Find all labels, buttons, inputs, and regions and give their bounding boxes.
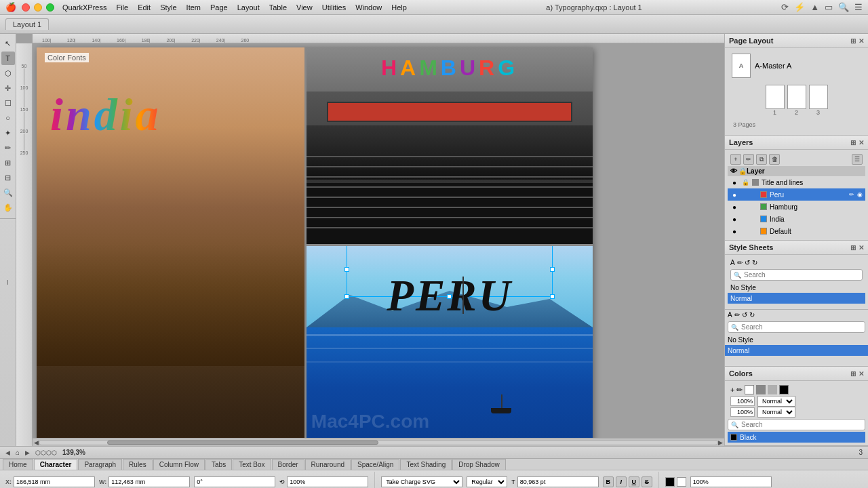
blend-mode-2[interactable]: Normal — [757, 407, 795, 418]
style-icon-1[interactable]: A — [730, 259, 735, 266]
color-search[interactable]: 🔍 — [728, 419, 865, 430]
menu-window[interactable]: Window — [355, 3, 382, 12]
oval-tool[interactable]: ○ — [1, 111, 15, 125]
colors-expand-icon[interactable]: ⊞ — [850, 370, 856, 378]
horizontal-scrollbar[interactable]: ◀ ▶ — [33, 438, 724, 446]
scale-input[interactable] — [287, 476, 368, 487]
star-tool[interactable]: ✦ — [1, 126, 15, 140]
eye-icon-hamburg[interactable]: ● — [730, 203, 738, 211]
add-layer-btn[interactable]: + — [730, 154, 741, 165]
hand-tool[interactable]: ✋ — [1, 201, 15, 214]
maximize-button[interactable] — [46, 3, 54, 12]
tab-rules[interactable]: Rules — [123, 459, 153, 470]
menu-layout[interactable]: Layout — [237, 3, 260, 12]
w-input[interactable] — [108, 476, 190, 487]
menu-style[interactable]: Style — [160, 3, 176, 12]
scroll-thumb[interactable] — [107, 441, 378, 445]
home-btn[interactable]: ⌂ — [16, 449, 20, 456]
zoom-tool[interactable]: 🔍 — [1, 186, 15, 199]
edit-color-btn[interactable]: ✏ — [736, 386, 743, 394]
page-layout-expand-icon[interactable]: ⊞ — [850, 37, 856, 45]
style-icon-5[interactable]: A — [728, 311, 732, 319]
pointer-tool[interactable]: ↖ — [1, 37, 15, 50]
style-no-style-1[interactable]: No Style — [728, 282, 865, 293]
grid-tool[interactable]: ⊟ — [1, 171, 15, 184]
color-swatch-2[interactable] — [756, 385, 766, 394]
style-no-style-2[interactable]: No Style — [725, 334, 868, 345]
edit-icon-peru[interactable]: ✏ — [849, 191, 854, 198]
eye-icon-india[interactable]: ● — [730, 216, 738, 223]
style-icon-6[interactable]: ✏ — [734, 311, 740, 319]
underline-btn[interactable]: U — [629, 476, 639, 487]
color-black-row[interactable]: Black — [728, 432, 865, 443]
page-prev-btn[interactable]: ◀ — [5, 449, 10, 456]
eye-icon-1[interactable]: ● — [730, 179, 738, 186]
font-select[interactable]: Take Charge SVG — [381, 476, 462, 487]
style-icon-8[interactable]: ↻ — [749, 311, 755, 319]
menu-quarkxpress[interactable]: QuarkXPress — [62, 3, 106, 12]
sidebar-icon[interactable]: ☰ — [854, 2, 863, 12]
style-normal-2[interactable]: Normal — [725, 345, 868, 356]
tab-drop-shadow[interactable]: Drop Shadow — [452, 459, 506, 470]
menu-help[interactable]: Help — [391, 3, 407, 12]
angle-input[interactable] — [194, 476, 275, 487]
page-thumb-2[interactable] — [787, 85, 806, 109]
delete-layer-btn[interactable]: 🗑 — [769, 154, 780, 165]
styles-close-icon[interactable]: ✕ — [859, 244, 864, 251]
copy-layer-btn[interactable]: ⧉ — [756, 154, 767, 165]
eye-icon-default[interactable]: ● — [730, 228, 738, 235]
styles-expand-icon[interactable]: ⊞ — [850, 244, 856, 251]
apple-menu-icon[interactable]: 🍎 — [5, 2, 16, 12]
tab-border[interactable]: Border — [272, 459, 304, 470]
move-tool[interactable]: ✛ — [1, 81, 15, 95]
x-input[interactable] — [14, 476, 95, 487]
color-swatch-bg[interactable] — [677, 477, 686, 487]
scroll-left-btn[interactable]: ◀ — [34, 439, 39, 446]
menu-utilities[interactable]: Utilities — [322, 3, 346, 12]
layer-menu-btn[interactable]: ☰ — [852, 154, 863, 165]
style-select[interactable]: Regular — [467, 476, 507, 487]
page-next-btn[interactable]: ▶ — [25, 449, 30, 456]
style-search-1[interactable]: 🔍 — [730, 269, 863, 281]
style-icon-3[interactable]: ↺ — [745, 259, 750, 266]
rect-tool[interactable]: ☐ — [1, 96, 15, 110]
style-search-2[interactable]: 🔍 — [728, 321, 865, 333]
style-icon-4[interactable]: ↻ — [752, 259, 757, 266]
color-swatch-text[interactable] — [665, 477, 675, 487]
add-color-btn[interactable]: + — [730, 386, 734, 394]
scroll-track[interactable] — [39, 440, 718, 445]
text-tool[interactable]: T — [1, 52, 15, 65]
color-swatch-3[interactable] — [768, 385, 777, 394]
opacity-input-1[interactable] — [730, 396, 755, 406]
layer-peru[interactable]: ● Peru ✏ ◉ — [728, 188, 865, 201]
tab-text-shading[interactable]: Text Shading — [400, 459, 452, 470]
tab-character[interactable]: Character — [34, 459, 78, 470]
strikethrough-btn[interactable]: S — [642, 476, 652, 487]
layers-close-icon[interactable]: ✕ — [859, 139, 864, 146]
link-tool[interactable]: ⬡ — [1, 66, 15, 80]
menu-item[interactable]: Item — [186, 3, 201, 12]
menu-page[interactable]: Page — [210, 3, 228, 12]
colors-close-icon[interactable]: ✕ — [859, 370, 864, 378]
pen-tool[interactable]: ✏ — [1, 141, 15, 155]
layer-hamburg[interactable]: ● Hamburg — [728, 201, 865, 213]
menu-file[interactable]: File — [116, 3, 128, 12]
page-2-thumb[interactable]: 2 — [787, 85, 806, 116]
edit-layer-btn[interactable]: ✏ — [743, 154, 754, 165]
italic-btn[interactable]: I — [616, 476, 627, 487]
handle-br[interactable] — [550, 294, 555, 299]
style-search-input-2[interactable] — [741, 323, 862, 331]
lock-icon-1[interactable]: 🔒 — [741, 179, 749, 186]
style-search-input-1[interactable] — [744, 271, 859, 279]
style-normal-1[interactable]: Normal — [728, 293, 865, 304]
color-pct[interactable] — [690, 476, 772, 487]
tab-tabs[interactable]: Tabs — [205, 459, 232, 470]
style-icon-2[interactable]: ✏ — [737, 259, 743, 266]
tab-space-align[interactable]: Space/Align — [351, 459, 399, 470]
tab-home[interactable]: Home — [3, 459, 33, 470]
style-icon-7[interactable]: ↺ — [742, 311, 747, 319]
handle-mr[interactable] — [550, 267, 555, 272]
size-input[interactable] — [517, 476, 599, 487]
layer-default[interactable]: ● Default — [728, 225, 865, 237]
tab-paragraph[interactable]: Paragraph — [78, 459, 122, 470]
